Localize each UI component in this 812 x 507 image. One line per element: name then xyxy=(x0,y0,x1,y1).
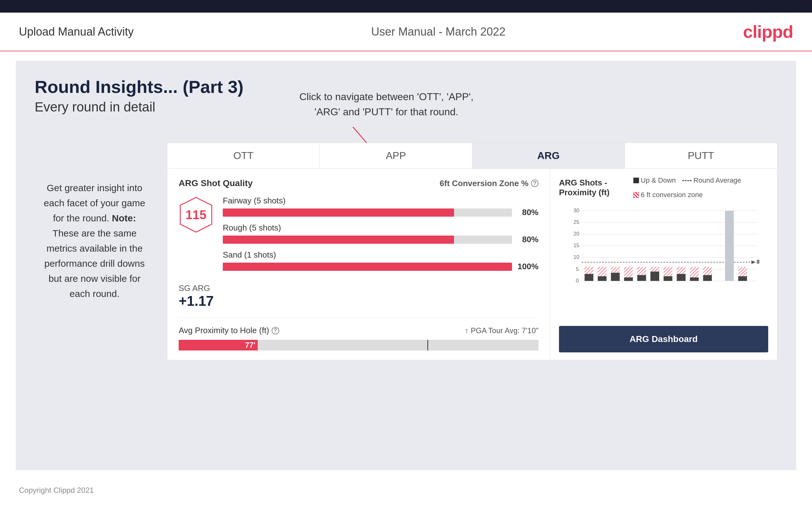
svg-rect-45 xyxy=(738,276,747,281)
proximity-bar-bg: 77' xyxy=(179,340,539,350)
fairway-pct: 80% xyxy=(516,208,539,217)
tab-ott[interactable]: OTT xyxy=(167,143,320,168)
sand-bar-bg xyxy=(223,263,512,271)
sand-bar-fill xyxy=(223,263,512,271)
note-label: Note: xyxy=(112,213,136,223)
header: Upload Manual Activity User Manual - Mar… xyxy=(0,13,812,51)
proximity-value: 77' xyxy=(245,341,255,349)
svg-rect-37 xyxy=(664,276,672,281)
document-title: User Manual - March 2022 xyxy=(371,25,505,39)
navigation-annotation: Click to navigate between 'OTT', 'APP', … xyxy=(299,89,473,119)
tab-arg[interactable]: ARG xyxy=(472,143,625,168)
svg-rect-27 xyxy=(611,273,620,281)
rough-pct: 80% xyxy=(516,235,539,244)
sg-label: SG ARG xyxy=(179,283,539,293)
proximity-help-icon[interactable]: ? xyxy=(271,327,279,334)
main-content: Round Insights... (Part 3) Every round i… xyxy=(16,61,796,470)
right-panel: ARG Shots - Proximity (ft) Up & Down Rou… xyxy=(550,169,777,360)
chart-legend: Up & Down Round Average 6 ft conversion … xyxy=(633,176,768,199)
fairway-label: Fairway (5 shots) xyxy=(223,196,539,206)
svg-rect-29 xyxy=(624,277,633,281)
svg-rect-31 xyxy=(637,275,646,281)
tab-app[interactable]: APP xyxy=(320,143,472,168)
legend-hatched-icon xyxy=(633,192,639,198)
pga-avg-label: ↑ PGA Tour Avg: 7'10" xyxy=(465,326,539,335)
panel-subtitle: 6ft Conversion Zone % ? xyxy=(440,178,539,188)
rough-bar-bg xyxy=(223,235,512,244)
card-body: ARG Shot Quality 6ft Conversion Zone % ?… xyxy=(167,169,777,360)
legend-conversion-zone: 6 ft conversion zone xyxy=(633,191,703,199)
legend-dashed-icon xyxy=(682,180,692,181)
upload-manual-link[interactable]: Upload Manual Activity xyxy=(19,25,134,39)
rough-bar-fill xyxy=(223,235,454,244)
tab-bar: OTT APP ARG PUTT xyxy=(167,143,777,169)
arg-dashboard-button[interactable]: ARG Dashboard xyxy=(559,326,768,352)
legend-up-down: Up & Down xyxy=(633,176,676,184)
chart-svg: 0 5 10 15 20 25 30 xyxy=(559,204,768,285)
chart-title: ARG Shots - Proximity (ft) xyxy=(559,178,633,198)
svg-text:30: 30 xyxy=(573,208,579,214)
svg-text:5: 5 xyxy=(576,266,578,272)
svg-rect-23 xyxy=(585,274,593,281)
sand-pct: 100% xyxy=(516,262,539,272)
footer: Copyright Clippd 2021 xyxy=(0,480,812,501)
rough-row: Rough (5 shots) 80% xyxy=(223,223,539,244)
sand-label: Sand (1 shots) xyxy=(223,250,539,260)
chart-header: ARG Shots - Proximity (ft) Up & Down Rou… xyxy=(559,176,768,199)
proximity-header: Avg Proximity to Hole (ft) ? ↑ PGA Tour … xyxy=(179,326,539,335)
svg-rect-41 xyxy=(690,277,699,281)
sidebar-description: Get greater insight into each facet of y… xyxy=(41,180,148,301)
proximity-bar-fill: 77' xyxy=(179,340,258,350)
panel-title-text: ARG Shot Quality xyxy=(179,178,253,188)
score-hexagon: 115 xyxy=(179,196,213,234)
proximity-section: Avg Proximity to Hole (ft) ? ↑ PGA Tour … xyxy=(179,318,539,350)
sg-section: SG ARG +1.17 xyxy=(179,283,539,309)
legend-box-icon xyxy=(633,178,639,183)
svg-rect-25 xyxy=(598,276,607,281)
help-icon[interactable]: ? xyxy=(531,179,539,187)
svg-rect-33 xyxy=(650,272,659,281)
fairway-bar-fill xyxy=(223,209,454,217)
shot-quality-bars: Fairway (5 shots) 80% Rough (5 shots) xyxy=(223,196,539,277)
clippd-logo: clippd xyxy=(743,21,793,42)
svg-text:8: 8 xyxy=(757,259,759,265)
top-bar xyxy=(0,0,812,13)
dashboard-card: OTT APP ARG PUTT ARG Shot Quality 6ft Co… xyxy=(167,143,777,360)
left-panel: ARG Shot Quality 6ft Conversion Zone % ?… xyxy=(167,169,550,360)
hex-container: 115 Fairway (5 shots) 80% xyxy=(179,196,539,277)
svg-marker-19 xyxy=(752,261,756,264)
sg-value: +1.17 xyxy=(179,293,539,309)
proximity-chart: 0 5 10 15 20 25 30 xyxy=(559,204,768,320)
svg-rect-39 xyxy=(677,274,686,281)
svg-text:20: 20 xyxy=(573,231,579,237)
svg-text:0: 0 xyxy=(576,278,578,284)
svg-text:10: 10 xyxy=(573,254,579,260)
svg-rect-35 xyxy=(725,211,734,281)
hex-score-value: 115 xyxy=(186,208,207,222)
sand-row: Sand (1 shots) 100% xyxy=(223,250,539,272)
rough-label: Rough (5 shots) xyxy=(223,223,539,233)
legend-round-avg: Round Average xyxy=(682,176,741,184)
svg-text:25: 25 xyxy=(573,219,579,225)
svg-text:15: 15 xyxy=(573,242,579,248)
copyright-text: Copyright Clippd 2021 xyxy=(19,486,94,494)
panel-title-row: ARG Shot Quality 6ft Conversion Zone % ? xyxy=(179,178,539,188)
proximity-cursor xyxy=(427,340,428,350)
fairway-bar-bg xyxy=(223,209,512,217)
proximity-label: Avg Proximity to Hole (ft) ? xyxy=(179,326,279,335)
tab-putt[interactable]: PUTT xyxy=(625,143,777,168)
svg-rect-43 xyxy=(703,275,712,281)
fairway-row: Fairway (5 shots) 80% xyxy=(223,196,539,217)
